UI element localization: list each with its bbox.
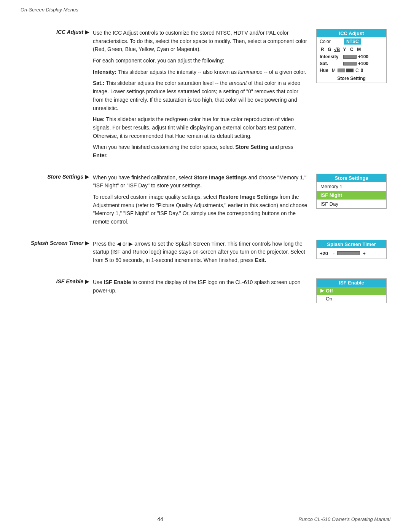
icc-adjust-ui-col: ICC Adjust Color NTSC R G √B Y C M Inten… bbox=[316, 29, 390, 163]
splash-timer-content: Press the ◀ or ▶ arrows to set the Splas… bbox=[93, 240, 316, 268]
icc-sat-slider bbox=[343, 62, 357, 66]
icc-para-1: Use the ICC Adjust controls to customize… bbox=[93, 29, 309, 54]
isf-enable-off-arrow: ▶ bbox=[320, 288, 324, 293]
splash-screen-timer-section: Splash Screen Timer ▶ Press the ◀ or ▶ a… bbox=[21, 240, 390, 268]
page-number: 44 bbox=[157, 516, 163, 522]
icc-hue-left: M bbox=[332, 68, 336, 73]
icc-store-setting: Store Setting bbox=[317, 74, 386, 83]
store-settings-ui-box: Store Settings Memory 1 ISF Night ISF Da… bbox=[316, 174, 387, 209]
icc-para-6: When you have finished customizing the c… bbox=[93, 143, 309, 160]
icc-hue-label: Hue bbox=[320, 68, 331, 73]
isf-enable-on-item: On bbox=[317, 295, 386, 303]
splash-timer-label: Splash Screen Timer ▶ bbox=[31, 240, 89, 246]
icc-hue-block2 bbox=[346, 69, 354, 72]
icc-color-row: Color NTSC bbox=[317, 37, 386, 46]
isf-enable-ui-box: ISF Enable ▶ Off On bbox=[316, 278, 387, 303]
store-isfday-item: ISF Day bbox=[317, 200, 386, 208]
store-para-1: When you have finished calibration, sele… bbox=[93, 174, 309, 190]
store-settings-box-title: Store Settings bbox=[317, 174, 386, 182]
icc-adjust-label: ICC Adjust ▶ bbox=[56, 29, 89, 35]
store-para-2: To recall stored custom image quality se… bbox=[93, 193, 309, 226]
splash-plus: + bbox=[363, 251, 366, 256]
icc-para-3: Intensity: This slidebar adjusts the int… bbox=[93, 68, 309, 77]
icc-adjust-label-col: ICC Adjust ▶ bbox=[21, 29, 93, 163]
isf-enable-section: ISF Enable ▶ Use ISF Enable to control t… bbox=[21, 278, 390, 303]
isf-enable-off-label: Off bbox=[326, 288, 333, 294]
icc-intensity-label: Intensity bbox=[320, 54, 342, 59]
footer-right-text: Runco CL-610 Owner's Operating Manual bbox=[298, 516, 390, 522]
splash-dash: - bbox=[333, 251, 335, 256]
icc-color-label: Color bbox=[320, 39, 342, 44]
store-settings-content: When you have finished calibration, sele… bbox=[93, 174, 316, 229]
page-header: On-Screen Display Menus bbox=[0, 0, 411, 15]
splash-timer-controls: +20 - + bbox=[317, 248, 386, 259]
icc-para-2: For each component color, you can adjust… bbox=[93, 57, 309, 65]
isf-enable-content: Use ISF Enable to control the display of… bbox=[93, 278, 316, 303]
icc-hue-row: Hue M C 0 bbox=[317, 67, 386, 74]
icc-para-4: Sat.: This slidebar adjusts the color sa… bbox=[93, 79, 309, 112]
icc-para-5: Hue: This slidebar adjusts the red/green… bbox=[93, 115, 309, 140]
footer-left bbox=[21, 516, 22, 522]
icc-color-value: NTSC bbox=[344, 38, 361, 45]
isf-enable-off-item: ▶ Off bbox=[317, 287, 386, 295]
icc-adjust-content: Use the ICC Adjust controls to customize… bbox=[93, 29, 316, 163]
icc-hue-right: C bbox=[355, 68, 359, 73]
store-isfnight-item: ISF Night bbox=[317, 191, 386, 200]
icc-letters-row: R G √B Y C M bbox=[317, 46, 386, 53]
isf-enable-on-arrow bbox=[320, 296, 324, 301]
icc-letter-b: √B bbox=[334, 47, 340, 52]
splash-para-1: Press the ◀ or ▶ arrows to set the Splas… bbox=[93, 240, 309, 265]
icc-hue-block1 bbox=[338, 69, 345, 72]
isf-para-1: Use ISF Enable to control the display of… bbox=[93, 278, 309, 295]
icc-adjust-ui-box: ICC Adjust Color NTSC R G √B Y C M Inten… bbox=[316, 29, 387, 83]
icc-sat-value: +100 bbox=[358, 61, 371, 66]
splash-slider-track bbox=[337, 251, 360, 255]
splash-timer-ui-box: Splash Screen Timer +20 - + bbox=[316, 240, 387, 259]
icc-intensity-value: +100 bbox=[358, 54, 371, 59]
icc-letter-c: C bbox=[349, 47, 354, 52]
isf-enable-on-label: On bbox=[326, 296, 332, 302]
store-settings-section: Store Settings ▶ When you have finished … bbox=[21, 174, 390, 229]
icc-letter-y: Y bbox=[342, 47, 347, 52]
icc-adjust-box-title: ICC Adjust bbox=[317, 29, 386, 37]
splash-timer-box-title: Splash Screen Timer bbox=[317, 240, 386, 248]
page-footer: 44 Runco CL-610 Owner's Operating Manual bbox=[0, 516, 411, 522]
isf-enable-label: ISF Enable ▶ bbox=[56, 278, 89, 284]
icc-intensity-slider bbox=[343, 55, 357, 59]
store-settings-label: Store Settings ▶ bbox=[47, 174, 89, 180]
splash-timer-value: +20 bbox=[320, 251, 330, 256]
store-settings-list: Memory 1 ISF Night ISF Day bbox=[317, 182, 386, 208]
icc-letter-r: R bbox=[320, 47, 325, 52]
icc-letter-g: G bbox=[327, 47, 332, 52]
isf-enable-label-col: ISF Enable ▶ bbox=[21, 278, 93, 303]
icc-hue-value: 0 bbox=[361, 68, 363, 73]
store-settings-ui-col: Store Settings Memory 1 ISF Night ISF Da… bbox=[316, 174, 390, 229]
icc-sat-label: Sat. bbox=[320, 61, 342, 66]
store-memory1-item: Memory 1 bbox=[317, 182, 386, 191]
icc-intensity-row: Intensity +100 bbox=[317, 53, 386, 60]
header-title: On-Screen Display Menus bbox=[21, 7, 78, 13]
isf-enable-box-title: ISF Enable bbox=[317, 279, 386, 287]
page-body: ICC Adjust ▶ Use the ICC Adjust controls… bbox=[0, 15, 411, 337]
icc-letter-m: M bbox=[356, 47, 362, 52]
icc-adjust-section: ICC Adjust ▶ Use the ICC Adjust controls… bbox=[21, 29, 390, 163]
store-settings-label-col: Store Settings ▶ bbox=[21, 174, 93, 229]
isf-enable-ui-col: ISF Enable ▶ Off On bbox=[316, 278, 390, 303]
splash-timer-ui-col: Splash Screen Timer +20 - + bbox=[316, 240, 390, 268]
icc-sat-row: Sat. +100 bbox=[317, 60, 386, 67]
splash-timer-label-col: Splash Screen Timer ▶ bbox=[21, 240, 93, 268]
